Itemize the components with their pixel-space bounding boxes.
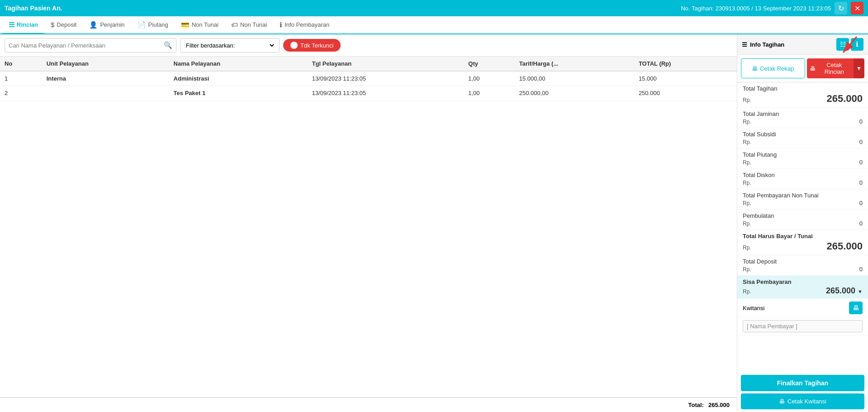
- summary-total-jaminan: Total Jaminan Rp. 0: [737, 108, 868, 128]
- panel-info-button[interactable]: ℹ: [851, 38, 863, 51]
- panel-header: ☰ Info Tagihan ☷ ℹ: [737, 34, 868, 55]
- cetak-rincian-button[interactable]: 🖶 Cetak Rincian: [807, 58, 854, 78]
- sisa-pembayaran-value-row: Rp. 265.000 ▼: [743, 286, 863, 296]
- piutang-icon: 📄: [138, 21, 146, 29]
- tab-rincian[interactable]: ☰ Rincian: [2, 16, 44, 34]
- summary-total-subsidi: Total Subsidi Rp. 0: [737, 128, 868, 149]
- header-title: Tagihan Pasien An.: [5, 5, 62, 12]
- print-row: 🖶 Cetak Rekap 🖶 Cetak Rincian ▼: [737, 55, 868, 82]
- cetak-kwitansi-button[interactable]: 🖶 Cetak Kwitansi: [741, 393, 864, 409]
- tab-piutang-label: Piutang: [148, 21, 168, 28]
- summary-content: Total Tagihan Rp. 265.000 Total Jaminan …: [737, 82, 868, 372]
- cetak-rincian-dropdown-button[interactable]: ▼: [854, 58, 864, 78]
- pembulatan-value: 0: [859, 220, 863, 227]
- tab-piutang[interactable]: 📄 Piutang: [131, 16, 175, 34]
- cell-total: 250.000: [634, 86, 737, 101]
- col-tgl: Tgl Pelayanan: [308, 57, 464, 71]
- search-input[interactable]: [9, 42, 164, 49]
- action-buttons: Finalkan Tagihan 🖶 Cetak Kwitansi: [737, 372, 868, 412]
- total-harus-bayar-currency: Rp.: [743, 244, 751, 251]
- col-unit: Unit Pelayanan: [42, 57, 169, 71]
- right-panel: ☰ Info Tagihan ☷ ℹ 🖶 Cetak Reka: [737, 34, 868, 412]
- cetak-rincian-group: 🖶 Cetak Rincian ▼: [807, 58, 865, 78]
- cell-tgl: 13/09/2023 11:23:05: [308, 86, 464, 101]
- nama-pembayar-box[interactable]: [ Nama Pembayar ]: [743, 320, 863, 332]
- total-piutang-currency: Rp.: [743, 159, 751, 166]
- toggle-circle: [290, 42, 298, 49]
- cell-no: 1: [0, 71, 42, 86]
- tab-rincian-label: Rincian: [17, 21, 38, 28]
- total-diskon-currency: Rp.: [743, 180, 751, 186]
- total-jaminan-currency: Rp.: [743, 119, 751, 125]
- total-diskon-value: 0: [859, 179, 863, 186]
- total-piutang-value-row: Rp. 0: [743, 159, 863, 166]
- pembulatan-label: Pembulatan: [743, 212, 863, 219]
- summary-total-harus-bayar: Total Harus Bayar / Tunai Rp. 265.000: [737, 230, 868, 255]
- total-subsidi-value-row: Rp. 0: [743, 139, 863, 145]
- tab-non-tunai[interactable]: 💳 Non Tunai: [175, 16, 225, 34]
- total-tagihan-label: Total Tagihan: [743, 85, 863, 92]
- tab-discount-label: Non Tunai: [240, 21, 267, 28]
- summary-total-deposit: Total Deposit Rp. 0: [737, 255, 868, 276]
- refresh-button[interactable]: ↻: [835, 2, 847, 14]
- total-subsidi-label: Total Subsidi: [743, 131, 863, 138]
- total-tagihan-value: 265.000: [826, 93, 863, 105]
- footer-total-label: Total:: [688, 402, 704, 408]
- tab-discount[interactable]: 🏷 Non Tunai: [225, 16, 273, 34]
- col-qty: Qty: [464, 57, 514, 71]
- toolbar: 🔍 Filter berdasarkan: Tdk Terkunci: [0, 34, 737, 57]
- finalkan-tagihan-button[interactable]: Finalkan Tagihan: [741, 375, 864, 391]
- printer-solid-icon: 🖶: [810, 65, 816, 72]
- cell-tgl: 13/09/2023 11:23:05: [308, 71, 464, 86]
- total-deposit-value: 0: [859, 266, 863, 273]
- total-diskon-value-row: Rp. 0: [743, 179, 863, 186]
- close-button[interactable]: ✕: [851, 2, 863, 14]
- total-jaminan-label: Total Jaminan: [743, 110, 863, 117]
- table-row: 2 Tes Paket 1 13/09/2023 11:23:05 1,00 2…: [0, 86, 737, 101]
- col-nama: Nama Pelayanan: [169, 57, 308, 71]
- printer-icon: 🖶: [752, 65, 758, 72]
- kwitansi-row: Kwitansi 🖶: [737, 299, 868, 317]
- cell-nama: Tes Paket 1: [169, 86, 308, 101]
- cell-unit: Interna: [42, 71, 169, 86]
- total-tagihan-value-row: Rp. 265.000: [743, 93, 863, 105]
- pembulatan-currency: Rp.: [743, 220, 751, 227]
- tab-deposit-label: Deposit: [57, 21, 76, 28]
- cell-no: 2: [0, 86, 42, 101]
- tab-penjamin[interactable]: 👤 Penjamin: [83, 16, 131, 34]
- total-deposit-value-row: Rp. 0: [743, 266, 863, 273]
- toggle-tdk-terkunci-button[interactable]: Tdk Terkunci: [283, 39, 341, 52]
- total-subsidi-currency: Rp.: [743, 139, 751, 145]
- total-non-tunai-value: 0: [859, 200, 863, 206]
- cetak-rekap-label: Cetak Rekap: [760, 65, 794, 72]
- total-non-tunai-currency: Rp.: [743, 200, 751, 206]
- panel-grid-button[interactable]: ☷: [836, 38, 849, 51]
- kwitansi-print-button[interactable]: 🖶: [849, 302, 863, 314]
- cell-qty: 1,00: [464, 71, 514, 86]
- panel-list-icon: ☰: [742, 41, 747, 48]
- cell-nama: Administrasi: [169, 71, 308, 86]
- sisa-pembayaran-currency: Rp.: [743, 288, 751, 295]
- total-piutang-value: 0: [859, 159, 863, 166]
- header-right: No. Tagihan: 230913.0005 / 13 September …: [681, 2, 863, 14]
- header: Tagihan Pasien An. No. Tagihan: 230913.0…: [0, 0, 868, 16]
- service-table: No Unit Pelayanan Nama Pelayanan Tgl Pel…: [0, 57, 737, 101]
- panel-title-text: Info Tagihan: [750, 41, 784, 48]
- table-row: 1 Interna Administrasi 13/09/2023 11:23:…: [0, 71, 737, 86]
- filter-box[interactable]: Filter berdasarkan:: [180, 38, 280, 53]
- cetak-rekap-button[interactable]: 🖶 Cetak Rekap: [741, 58, 805, 78]
- tab-info-pembayaran[interactable]: ℹ Info Pembayaran: [273, 16, 336, 34]
- summary-total-piutang: Total Piutang Rp. 0: [737, 149, 868, 169]
- tab-deposit[interactable]: $ Deposit: [44, 16, 83, 34]
- tab-penjamin-label: Penjamin: [100, 21, 124, 28]
- invoice-info: No. Tagihan: 230913.0005 / 13 September …: [681, 5, 831, 12]
- toggle-label: Tdk Terkunci: [300, 42, 333, 49]
- total-piutang-label: Total Piutang: [743, 151, 863, 158]
- col-total: TOTAL (Rp): [634, 57, 737, 71]
- filter-select[interactable]: Filter berdasarkan:: [184, 42, 275, 49]
- search-box[interactable]: 🔍: [5, 38, 176, 53]
- summary-total-tagihan: Total Tagihan Rp. 265.000: [737, 82, 868, 108]
- table-container: No Unit Pelayanan Nama Pelayanan Tgl Pel…: [0, 57, 737, 397]
- cell-tarif: 250.000,00: [515, 86, 634, 101]
- sisa-pembayaran-label: Sisa Pembayaran: [743, 278, 863, 285]
